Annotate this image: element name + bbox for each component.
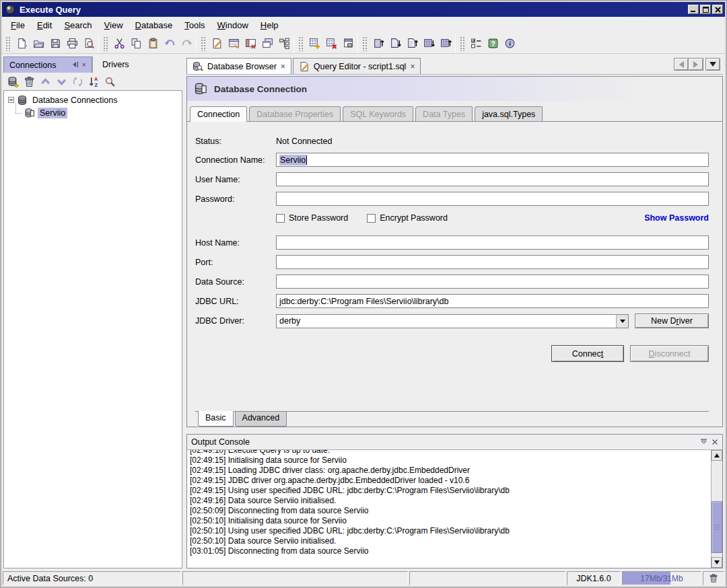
connection-name-field[interactable]: Serviio bbox=[276, 153, 709, 167]
move-down-button[interactable] bbox=[56, 76, 67, 87]
table-edit-button[interactable] bbox=[226, 35, 242, 52]
tab-list-button[interactable] bbox=[705, 58, 720, 71]
copy-button[interactable] bbox=[128, 35, 145, 52]
toolbar-drag-handle[interactable] bbox=[460, 36, 465, 51]
subtab-connection[interactable]: Connection bbox=[190, 106, 247, 122]
paste-button[interactable] bbox=[145, 35, 162, 52]
table-delete-button[interactable] bbox=[242, 35, 259, 52]
tab-query-editor[interactable]: Query Editor - script1.sql × bbox=[293, 58, 421, 74]
show-password-link[interactable]: Show Password bbox=[644, 213, 709, 223]
password-field[interactable] bbox=[276, 192, 709, 206]
query-editor-button[interactable] bbox=[209, 35, 226, 52]
tree-expander-icon[interactable] bbox=[8, 97, 14, 103]
jdbc-url-field[interactable] bbox=[276, 294, 709, 308]
subtab-database-properties[interactable]: Database Properties bbox=[249, 106, 341, 121]
disconnect-button[interactable]: Disconnect bbox=[630, 345, 709, 362]
drop-table-button[interactable] bbox=[323, 35, 340, 52]
scrollbar-thumb[interactable] bbox=[712, 501, 722, 553]
menu-window[interactable]: Window bbox=[211, 18, 254, 32]
reload-button[interactable] bbox=[72, 76, 83, 87]
print-icon bbox=[67, 38, 78, 49]
host-name-field[interactable] bbox=[276, 235, 709, 250]
store-password-checkbox[interactable] bbox=[276, 214, 285, 223]
import-grid-button[interactable] bbox=[421, 35, 438, 52]
delete-connection-button[interactable] bbox=[24, 76, 35, 87]
new-connection-button[interactable] bbox=[7, 76, 19, 87]
table-browser-button[interactable] bbox=[340, 35, 357, 52]
toolbar-drag-handle[interactable] bbox=[201, 36, 206, 51]
menu-view[interactable]: View bbox=[98, 18, 129, 32]
minimize-panel-icon bbox=[700, 438, 707, 445]
undo-button[interactable] bbox=[162, 35, 178, 52]
import-document-button[interactable] bbox=[387, 35, 404, 52]
dock-collapse-icon[interactable] bbox=[72, 61, 79, 69]
user-name-field[interactable] bbox=[276, 172, 709, 186]
tab-close-icon[interactable]: × bbox=[281, 63, 285, 71]
toolbar-drag-handle[interactable] bbox=[362, 36, 368, 51]
minimize-button[interactable] bbox=[688, 5, 699, 14]
new-document-button[interactable] bbox=[13, 35, 30, 52]
tab-basic[interactable]: Basic bbox=[198, 411, 234, 427]
data-source-field[interactable] bbox=[276, 274, 709, 289]
tab-database-browser[interactable]: Database Browser × bbox=[186, 58, 291, 74]
maximize-button[interactable] bbox=[700, 5, 711, 14]
tree-node-database-connections[interactable]: Database Connections bbox=[8, 94, 180, 106]
scrollbar-track[interactable] bbox=[712, 461, 722, 557]
cascade-windows-button[interactable] bbox=[259, 35, 276, 52]
tab-close-icon[interactable]: × bbox=[410, 63, 415, 71]
scroll-down-button[interactable] bbox=[712, 557, 722, 568]
combobox-dropdown-button[interactable] bbox=[616, 315, 628, 328]
menu-help[interactable]: Help bbox=[254, 18, 285, 32]
print-button[interactable] bbox=[64, 35, 81, 52]
toolbar-drag-handle[interactable] bbox=[298, 36, 304, 51]
menu-file[interactable]: File bbox=[5, 18, 31, 32]
save-button[interactable] bbox=[47, 35, 64, 52]
encrypt-password-checkbox[interactable] bbox=[367, 214, 376, 223]
tree-node-serviio[interactable]: Serviio bbox=[8, 106, 180, 119]
scroll-up-button[interactable] bbox=[712, 450, 722, 461]
tab-scroll-left-button[interactable] bbox=[674, 58, 689, 71]
toolbar-drag-handle[interactable] bbox=[103, 36, 108, 51]
toolbar-separator bbox=[455, 34, 456, 53]
close-button[interactable] bbox=[712, 5, 723, 14]
redo-button[interactable] bbox=[178, 35, 195, 52]
preferences-button[interactable] bbox=[468, 35, 485, 52]
console-scrollbar[interactable] bbox=[711, 450, 722, 568]
tab-connections[interactable]: Connections × bbox=[3, 57, 92, 73]
console-close-button[interactable] bbox=[712, 436, 718, 448]
search-button[interactable] bbox=[104, 76, 116, 87]
console-line: [02:50:10] Data source Serviio initialis… bbox=[190, 536, 708, 546]
add-table-button[interactable] bbox=[306, 35, 323, 52]
console-minimize-button[interactable] bbox=[700, 436, 707, 448]
connection-name-value: Serviio bbox=[279, 155, 306, 166]
toolbar-drag-handle[interactable] bbox=[5, 36, 11, 51]
subtab-sql-keywords[interactable]: SQL Keywords bbox=[343, 106, 413, 121]
export-grid-button[interactable] bbox=[438, 35, 454, 52]
menu-edit[interactable]: Edit bbox=[31, 18, 58, 32]
help-button[interactable]: ? bbox=[485, 35, 501, 52]
menu-search[interactable]: Search bbox=[58, 18, 98, 32]
tab-close-icon[interactable]: × bbox=[82, 61, 86, 69]
cut-button[interactable] bbox=[111, 35, 128, 52]
tab-scroll-right-button[interactable] bbox=[689, 58, 703, 71]
new-driver-button[interactable]: New Driver bbox=[635, 314, 709, 328]
menu-database[interactable]: Database bbox=[129, 18, 179, 32]
schema-button[interactable] bbox=[276, 35, 293, 52]
open-file-button[interactable] bbox=[30, 35, 47, 52]
tab-connections-label: Connections bbox=[9, 61, 69, 70]
sort-button[interactable]: AZ bbox=[88, 76, 100, 87]
print-preview-button[interactable] bbox=[81, 35, 98, 52]
subtab-java-sql-types[interactable]: java.sql.Types bbox=[475, 106, 543, 121]
export-text-button[interactable] bbox=[404, 35, 421, 52]
export-document-button[interactable] bbox=[370, 35, 387, 52]
garbage-collect-button[interactable] bbox=[703, 571, 724, 585]
move-up-button[interactable] bbox=[40, 76, 51, 87]
about-button[interactable]: i bbox=[501, 35, 518, 52]
port-field[interactable] bbox=[276, 255, 709, 269]
tab-advanced[interactable]: Advanced bbox=[235, 412, 287, 427]
connect-button[interactable]: Connect bbox=[551, 345, 624, 362]
subtab-data-types[interactable]: Data Types bbox=[415, 106, 473, 121]
menu-tools[interactable]: Tools bbox=[178, 18, 211, 32]
jdbc-driver-combobox[interactable]: derby bbox=[276, 314, 629, 328]
tab-drivers[interactable]: Drivers bbox=[92, 57, 139, 73]
